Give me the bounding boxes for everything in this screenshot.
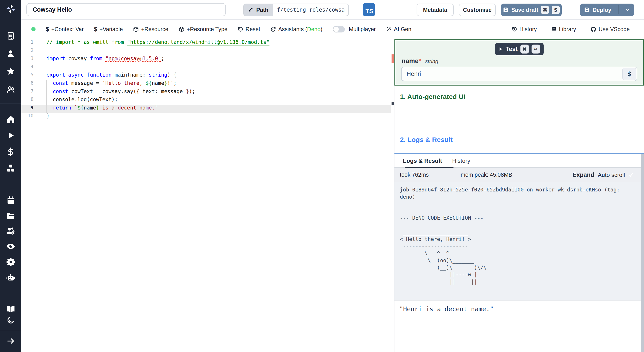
right-panel: Test ⌘ ↵ name * string $ 1. Auto-generat…: [394, 39, 644, 352]
memory-stat: mem peak: 45.08MB: [461, 171, 512, 178]
test-button[interactable]: Test ⌘ ↵: [495, 43, 544, 55]
play-icon: [498, 47, 503, 51]
ai-gen-button[interactable]: AI Gen: [386, 26, 412, 33]
eye-icon[interactable]: [6, 242, 16, 251]
line-number: 4: [21, 64, 34, 69]
package-icon: [179, 27, 184, 32]
tab-logs-result[interactable]: Logs & Result: [403, 154, 442, 168]
argument-value-input[interactable]: [401, 67, 637, 81]
code-line-1[interactable]: 1// import * as wmill from "https://deno…: [21, 39, 391, 48]
required-asterisk: *: [418, 57, 421, 65]
use-vscode-button[interactable]: Use VScode: [590, 26, 630, 33]
line-number: 5: [21, 72, 34, 77]
library-button[interactable]: Library: [551, 26, 576, 33]
code-line-10[interactable]: 10}: [21, 113, 391, 121]
autoscroll-label[interactable]: Auto scroll: [598, 171, 625, 179]
multiplayer-toggle[interactable]: [333, 26, 345, 33]
star-icon[interactable]: [6, 67, 15, 76]
dollar-icon: $: [46, 26, 49, 33]
dollar-icon: $: [94, 26, 97, 33]
moon-icon[interactable]: [6, 316, 15, 324]
kbd-cmd: ⌘: [541, 6, 549, 14]
history-button[interactable]: History: [512, 26, 537, 33]
editor-toolbar: $ +Context Var $ +Variable +Resource +Re…: [21, 20, 644, 39]
chevron-down-icon[interactable]: [625, 7, 630, 13]
section-title-logs-result: 2. Logs & Result: [400, 136, 452, 143]
path-group: Path f/testing_roles/cowsa: [243, 4, 349, 16]
book-icon: [551, 27, 557, 32]
add-context-var-button[interactable]: $ +Context Var: [46, 26, 84, 33]
wand-icon: [386, 27, 392, 32]
code-line-3[interactable]: 3import cowsay from "npm:cowsay@1.5.0";: [21, 56, 391, 64]
line-number: 7: [21, 88, 34, 94]
calendar-icon[interactable]: [6, 196, 15, 205]
variable-picker-button[interactable]: $: [622, 68, 636, 80]
save-draft-label: Save draft: [512, 7, 538, 13]
line-number: 10: [21, 113, 34, 118]
tab-history[interactable]: History: [452, 154, 470, 168]
play-icon[interactable]: [6, 131, 15, 140]
button-divider: [618, 5, 618, 14]
section-title-autogenerated-ui: 1. Auto-generated UI: [400, 93, 465, 101]
users-icon[interactable]: [6, 85, 15, 94]
path-label: Path: [256, 7, 268, 13]
package-icon: [133, 27, 139, 32]
deploy-label: Deploy: [592, 7, 611, 13]
refresh-icon: [270, 27, 276, 32]
bot-icon[interactable]: [6, 273, 16, 282]
code-line-6[interactable]: 6 const message = `Hello there, ${name}!…: [21, 80, 391, 88]
result-area[interactable]: "Henri is a decent name.": [394, 300, 644, 352]
log-output-area[interactable]: job 0189d64f-812b-525e-f020-652bd9da1100…: [394, 182, 644, 300]
test-args-panel: Test ⌘ ↵ name * string $: [394, 39, 644, 86]
pencil-icon: [248, 7, 254, 13]
home-icon[interactable]: [6, 115, 16, 124]
customise-button[interactable]: Customise: [459, 4, 496, 16]
kbd-cmd: ⌘: [520, 45, 529, 54]
assistants-button[interactable]: Assistants (Deno): [270, 26, 322, 33]
result-text: "Henri is a decent name.": [399, 305, 494, 313]
save-draft-button[interactable]: Save draft ⌘ S: [501, 4, 562, 16]
code-line-9[interactable]: 9 return `${name} is a decent name.`: [21, 105, 391, 113]
dollar-icon[interactable]: [6, 147, 15, 156]
path-value-input[interactable]: f/testing_roles/cowsa: [273, 4, 349, 16]
deploy-button[interactable]: Deploy: [580, 4, 634, 16]
add-variable-button[interactable]: $ +Variable: [94, 26, 123, 33]
arrow-right-icon[interactable]: [6, 336, 15, 345]
book-open-icon[interactable]: [6, 304, 15, 313]
header-bar: Path f/testing_roles/cowsa TS Metadata C…: [21, 0, 644, 20]
windmill-logo-icon[interactable]: [5, 4, 16, 14]
code-line-2[interactable]: 2: [21, 48, 391, 56]
line-number: 2: [21, 48, 34, 53]
metadata-button[interactable]: Metadata: [416, 4, 454, 16]
add-resource-button[interactable]: +Resource: [133, 26, 168, 33]
add-resource-type-button[interactable]: +Resource Type: [179, 26, 228, 33]
code-line-7[interactable]: 7 const cowText = cowsay.say({ text: mes…: [21, 88, 391, 97]
code-line-5[interactable]: 5export async function main(name: string…: [21, 72, 391, 80]
folder-open-icon[interactable]: [6, 211, 16, 221]
users-cog-icon[interactable]: [6, 226, 16, 236]
save-icon: [584, 7, 590, 13]
building-icon[interactable]: [6, 32, 15, 40]
multiplayer-label: Multiplayer: [349, 26, 376, 33]
boxes-icon[interactable]: [6, 164, 15, 173]
duration-stat: took 762ms: [400, 171, 429, 178]
logs-result-panel: Logs & Result History took 762ms mem pea…: [394, 153, 644, 352]
reset-button[interactable]: Reset: [238, 26, 260, 33]
autoscroll-checkmark[interactable]: ✓: [628, 171, 634, 179]
code-line-4[interactable]: 4: [21, 64, 391, 72]
argument-name: name: [402, 57, 418, 65]
line-number: 1: [21, 39, 34, 45]
log-output-text: job 0189d64f-812b-525e-f020-652bd9da1100…: [400, 186, 620, 285]
gear-icon[interactable]: [6, 257, 16, 267]
code-lines[interactable]: 1// import * as wmill from "https://deno…: [21, 39, 391, 121]
github-icon: [590, 26, 596, 32]
expand-button[interactable]: Expand: [572, 171, 594, 179]
code-line-8[interactable]: 8 console.log(cowText);: [21, 96, 391, 105]
line-number: 3: [21, 56, 34, 61]
path-edit-button[interactable]: Path: [243, 4, 273, 16]
script-title-input[interactable]: [26, 3, 226, 16]
panel-scrollbar[interactable]: [641, 154, 644, 352]
code-editor[interactable]: 1// import * as wmill from "https://deno…: [21, 39, 391, 352]
deno-label: Deno: [307, 26, 321, 32]
user-icon[interactable]: [6, 50, 15, 58]
